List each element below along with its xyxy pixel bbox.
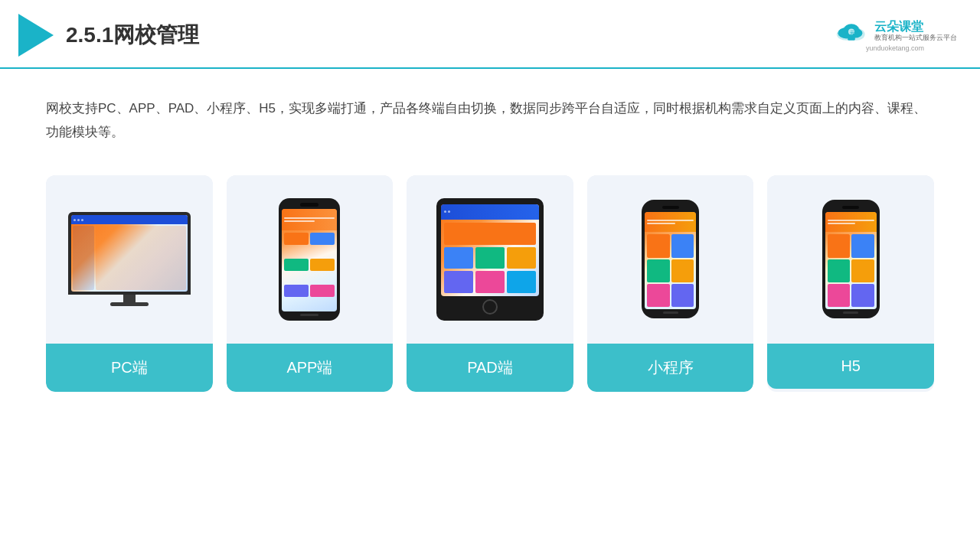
mini-body2	[825, 232, 877, 309]
dot3	[81, 219, 83, 221]
header: 2.5.1网校管理 云 云朵课堂 教育机构一站式服务云平台 yunduoketa	[0, 0, 980, 69]
tablet-mockup	[436, 198, 544, 321]
brand-section: 云 云朵课堂 教育机构一站式服务云平台 yunduoketang.com	[833, 18, 957, 52]
phone-screen	[282, 209, 337, 311]
brand-url: yunduoketang.com	[866, 44, 924, 52]
h5-card: H5	[767, 175, 934, 392]
screen-main	[96, 226, 186, 290]
screen-topbar	[71, 215, 188, 224]
mh2-line1	[828, 220, 874, 221]
mini-header1	[645, 212, 696, 232]
mh-line1	[647, 220, 694, 221]
mb2-item5	[828, 284, 851, 307]
mini-header2	[825, 212, 877, 232]
h5-label: H5	[767, 344, 934, 389]
mini-notch1	[662, 206, 679, 209]
phone-line1	[284, 217, 335, 219]
grid-item3	[284, 259, 309, 271]
mb-item1	[647, 234, 670, 257]
pc-mockup	[68, 212, 191, 306]
pad-image-area	[407, 175, 573, 344]
phone-mockup	[279, 198, 340, 321]
grid-item2	[310, 233, 335, 245]
monitor-body	[68, 212, 191, 295]
header-left: 2.5.1网校管理	[18, 14, 199, 57]
mb2-item4	[851, 259, 874, 282]
description-text: 网校支持PC、APP、PAD、小程序、H5，实现多端打通，产品各终端自由切换，数…	[46, 96, 934, 145]
logo-triangle-icon	[18, 14, 54, 57]
miniprogram-card: 小程序	[587, 175, 754, 392]
mb-item2	[671, 234, 694, 257]
miniprogram-label: 小程序	[587, 344, 754, 392]
t-dot1	[444, 210, 446, 213]
phone-bottom-bar	[300, 314, 318, 316]
brand-logo: 云 云朵课堂 教育机构一站式服务云平台	[833, 18, 957, 43]
mb2-item2	[851, 234, 874, 257]
mini-screen2	[825, 212, 877, 309]
grid-item6	[310, 285, 335, 297]
mini-bottom1	[663, 311, 678, 314]
monitor-stand-top	[123, 295, 136, 302]
miniprogram-image-area	[587, 175, 754, 344]
brand-text: 云朵课堂 教育机构一站式服务云平台	[874, 19, 957, 42]
main-content: 网校支持PC、APP、PAD、小程序、H5，实现多端打通，产品各终端自由切换，数…	[0, 69, 980, 415]
phone-line2	[284, 220, 315, 222]
pc-label: PC端	[46, 344, 213, 392]
h5-image-area	[767, 175, 934, 344]
screen-sidebar	[73, 226, 94, 290]
pad-label: PAD端	[407, 344, 573, 392]
svg-text:云: 云	[850, 30, 854, 35]
mb-item6	[671, 284, 694, 307]
page-title: 2.5.1网校管理	[66, 21, 199, 50]
mh-line2	[647, 223, 675, 224]
t-item6	[507, 271, 536, 293]
app-image-area	[227, 175, 394, 344]
pc-card: PC端	[46, 175, 213, 392]
t-item4	[444, 271, 473, 293]
app-card: APP端	[227, 175, 394, 392]
monitor-screen	[71, 215, 188, 292]
t-dot2	[448, 210, 450, 213]
mb2-item6	[851, 284, 874, 307]
monitor-stand-base	[110, 302, 149, 306]
tablet-home-button	[482, 299, 498, 315]
grid-item5	[284, 285, 309, 297]
pad-card: PAD端	[407, 175, 573, 392]
tablet-screen	[441, 204, 539, 296]
t-item2	[475, 247, 505, 269]
grid-item4	[310, 259, 335, 271]
cards-container: PC端	[46, 175, 934, 392]
tablet-banner	[444, 223, 536, 245]
t-item1	[444, 247, 473, 269]
app-label: APP端	[227, 344, 394, 392]
mini-phone-mockup2	[822, 200, 880, 318]
t-item5	[475, 271, 505, 293]
mini-screen1	[645, 212, 696, 309]
mini-phone-mockup1	[642, 200, 699, 318]
mini-bottom2	[843, 311, 858, 314]
mb2-item1	[828, 234, 851, 257]
phone-screen-top	[282, 209, 337, 230]
mini-body1	[645, 232, 696, 309]
mb-item3	[647, 259, 670, 282]
phone-grid	[282, 230, 337, 311]
phone-notch	[300, 203, 318, 207]
brand-name: 云朵课堂	[874, 19, 957, 34]
grid-item1	[284, 233, 309, 245]
dot1	[74, 219, 76, 221]
mb-item4	[671, 259, 694, 282]
dot2	[77, 219, 80, 221]
tablet-top-row	[441, 204, 539, 220]
pc-image-area	[46, 175, 213, 344]
brand-slogan: 教育机构一站式服务云平台	[874, 34, 957, 42]
tablet-content	[441, 220, 539, 296]
screen-body	[71, 224, 188, 292]
mb2-item3	[828, 259, 851, 282]
cloud-logo-icon: 云	[833, 18, 870, 43]
mini-notch2	[842, 206, 859, 209]
svg-rect-6	[848, 35, 855, 40]
mh2-line2	[828, 223, 856, 224]
t-item3	[507, 247, 536, 269]
mb-item5	[647, 284, 670, 307]
